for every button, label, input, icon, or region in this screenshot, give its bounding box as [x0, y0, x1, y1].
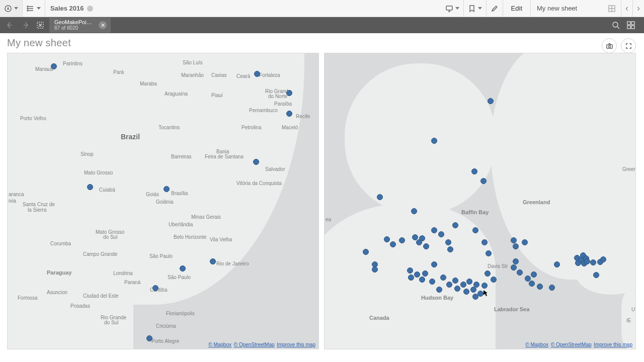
- map-point[interactable]: [414, 272, 420, 278]
- map-point[interactable]: [452, 222, 458, 228]
- selection-field: GeoMakePoint(L...: [54, 19, 95, 25]
- map-point[interactable]: [537, 284, 543, 290]
- map-point[interactable]: [452, 278, 458, 284]
- map-point[interactable]: [286, 90, 292, 96]
- map-attribution: © Mapbox © OpenStreetMap Improve this ma…: [524, 342, 632, 347]
- map-point[interactable]: [472, 227, 478, 233]
- map-point[interactable]: [51, 63, 57, 69]
- map-attribution: © Mapbox © OpenStreetMap Improve this ma…: [207, 342, 315, 347]
- fullscreen-button[interactable]: [621, 38, 636, 53]
- map-point[interactable]: [513, 258, 519, 264]
- map-point[interactable]: [440, 275, 446, 281]
- map-point[interactable]: [529, 281, 535, 287]
- map-point[interactable]: [384, 236, 390, 242]
- top-toolbar: Sales 2016 Edit My new sheet ‹ ›: [0, 0, 644, 17]
- map-point[interactable]: [454, 286, 460, 292]
- map-point[interactable]: [480, 178, 487, 184]
- sheet-grid-icon: [608, 5, 616, 13]
- attrib-improve[interactable]: Improve this map: [277, 342, 315, 347]
- map-point[interactable]: [436, 287, 442, 293]
- next-sheet-button[interactable]: ›: [633, 0, 644, 17]
- map-point[interactable]: [419, 277, 425, 283]
- map-point[interactable]: [511, 264, 517, 270]
- map-point[interactable]: [363, 249, 369, 255]
- map-point[interactable]: [481, 239, 488, 245]
- map-point[interactable]: [419, 235, 425, 241]
- selection-clear-button[interactable]: [34, 19, 46, 31]
- map-point[interactable]: [431, 138, 437, 144]
- map-point[interactable]: [511, 237, 517, 243]
- map-point[interactable]: [210, 258, 216, 264]
- map-brazil[interactable]: © Mapbox © OpenStreetMap Improve this ma…: [7, 53, 319, 349]
- map-point[interactable]: [600, 256, 606, 262]
- map-point[interactable]: [473, 282, 479, 288]
- map-point[interactable]: [431, 261, 437, 267]
- attrib-osm[interactable]: © OpenStreetMap: [551, 342, 592, 347]
- map-point[interactable]: [422, 270, 428, 277]
- maps-row: © Mapbox © OpenStreetMap Improve this ma…: [7, 53, 637, 349]
- map-point[interactable]: [253, 159, 259, 165]
- search-button[interactable]: [610, 19, 622, 31]
- map-point[interactable]: [486, 250, 492, 256]
- map-point[interactable]: [463, 289, 469, 295]
- nav-dropdown[interactable]: [0, 0, 23, 17]
- story-dropdown[interactable]: [441, 0, 464, 17]
- map-point[interactable]: [445, 239, 451, 245]
- prev-sheet-button[interactable]: ‹: [621, 0, 633, 17]
- map-point[interactable]: [481, 283, 488, 289]
- selection-chip-close[interactable]: ✕: [99, 21, 107, 29]
- snapshot-button[interactable]: [602, 38, 617, 53]
- map-point[interactable]: [517, 269, 523, 276]
- map-point[interactable]: [390, 241, 396, 247]
- map-point[interactable]: [431, 227, 437, 233]
- attrib-mapbox[interactable]: © Mapbox: [208, 342, 231, 347]
- edit-button[interactable]: Edit: [503, 0, 531, 17]
- attrib-improve[interactable]: Improve this map: [594, 342, 632, 347]
- map-point[interactable]: [254, 71, 260, 77]
- map-point[interactable]: [471, 168, 477, 174]
- map-point[interactable]: [485, 270, 491, 277]
- map-point[interactable]: [152, 285, 158, 291]
- selection-back-button[interactable]: [4, 19, 16, 31]
- attrib-osm[interactable]: © OpenStreetMap: [234, 342, 275, 347]
- map-point[interactable]: [522, 239, 528, 245]
- map-point[interactable]: [180, 265, 186, 272]
- map-point[interactable]: [146, 335, 152, 341]
- map-point[interactable]: [491, 277, 497, 283]
- list-dropdown[interactable]: [23, 0, 45, 17]
- map-point[interactable]: [423, 243, 429, 249]
- map-point[interactable]: [549, 285, 555, 291]
- attrib-mapbox[interactable]: © Mapbox: [525, 342, 548, 347]
- sheet-name-box[interactable]: My new sheet: [531, 0, 621, 17]
- map-point[interactable]: [429, 279, 435, 285]
- map-point[interactable]: [377, 194, 383, 200]
- map-arctic[interactable]: © Mapbox © OpenStreetMap Improve this ma…: [324, 53, 636, 349]
- map-point[interactable]: [466, 279, 472, 285]
- map-point[interactable]: [513, 243, 519, 249]
- selection-chip[interactable]: GeoMakePoint(L... 87 of 8020 ✕: [49, 18, 111, 33]
- map-point[interactable]: [584, 258, 590, 264]
- map-point[interactable]: [531, 272, 537, 278]
- edit-pencil[interactable]: [487, 0, 503, 17]
- map-point[interactable]: [593, 272, 599, 278]
- map-point[interactable]: [446, 282, 452, 288]
- selections-tool-button[interactable]: [625, 19, 637, 31]
- selection-forward-button[interactable]: [19, 19, 31, 31]
- bookmark-dropdown[interactable]: [464, 0, 487, 17]
- map-point[interactable]: [477, 291, 484, 297]
- map-point[interactable]: [447, 246, 453, 252]
- map-point[interactable]: [372, 266, 378, 273]
- map-point[interactable]: [590, 259, 596, 265]
- sheet-float-actions: [602, 38, 636, 53]
- map-point[interactable]: [87, 184, 93, 190]
- map-point[interactable]: [286, 111, 292, 117]
- map-point[interactable]: [408, 275, 414, 281]
- map-point[interactable]: [438, 231, 444, 237]
- map-point[interactable]: [164, 186, 170, 192]
- map-point[interactable]: [460, 282, 466, 288]
- map-point[interactable]: [411, 208, 417, 214]
- map-point[interactable]: [554, 261, 560, 267]
- map-point[interactable]: [488, 98, 494, 104]
- map-point[interactable]: [399, 237, 405, 243]
- map-point[interactable]: [407, 267, 413, 274]
